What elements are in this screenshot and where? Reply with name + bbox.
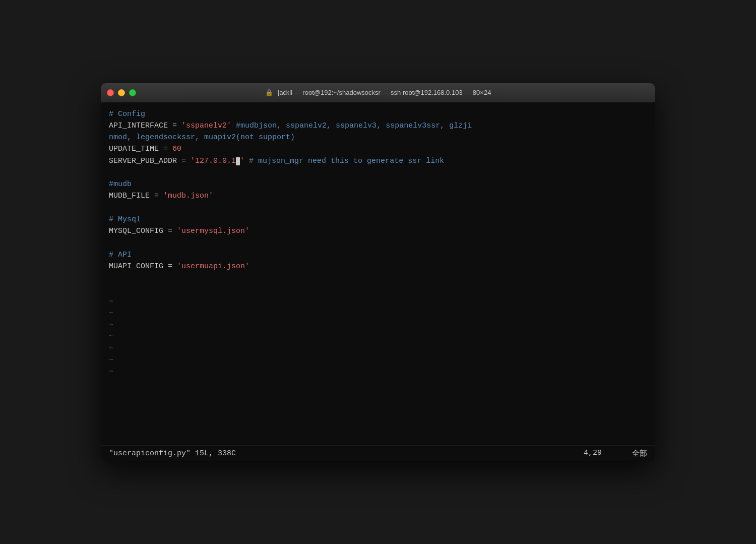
line-3: nmod, legendsockssr, muapiv2(not support… [109, 132, 647, 143]
tilde-line-5: ~ [109, 343, 647, 354]
line-5: SERVER_PUB_ADDR = '127.0.0.1' # mujson_m… [109, 155, 647, 167]
cursor-position: 4,29 [584, 449, 602, 458]
line-12 [109, 237, 647, 249]
line-4: UPDATE_TIME = 60 [109, 143, 647, 155]
file-info: "userapiconfig.py" 15L, 338C [109, 449, 236, 458]
terminal-content[interactable]: # Config API_INTERFACE = 'sspanelv2' #mu… [101, 102, 655, 445]
tilde-line-4: ~ [109, 331, 647, 342]
line-6 [109, 167, 647, 178]
title-label: jackli — root@192:~/shadowsocksr — ssh r… [278, 89, 491, 96]
line-11: MYSQL_CONFIG = 'usermysql.json' [109, 225, 647, 237]
maximize-button[interactable] [129, 89, 136, 96]
terminal-window: 🔒 jackli — root@192:~/shadowsocksr — ssh… [101, 83, 655, 461]
line-1: # Config [109, 108, 647, 120]
position-info: 4,29 全部 [584, 449, 647, 458]
title-bar: 🔒 jackli — root@192:~/shadowsocksr — ssh… [101, 83, 655, 102]
minimize-button[interactable] [118, 89, 125, 96]
all-label: 全部 [632, 449, 647, 458]
line-10: # Mysql [109, 214, 647, 225]
tilde-line-7: ~ [109, 366, 647, 378]
lock-icon: 🔒 [265, 89, 273, 96]
tilde-line-1: ~ [109, 296, 647, 308]
tilde-line-6: ~ [109, 354, 647, 366]
tilde-line-2: ~ [109, 308, 647, 319]
line-14: MUAPI_CONFIG = 'usermuapi.json' [109, 261, 647, 272]
traffic-lights [107, 89, 136, 96]
line-8: MUDB_FILE = 'mudb.json' [109, 190, 647, 202]
text-cursor [236, 157, 240, 165]
status-bar: "userapiconfig.py" 15L, 338C 4,29 全部 [101, 445, 655, 461]
line-7: #mudb [109, 178, 647, 190]
line-15 [109, 272, 647, 284]
line-13: # API [109, 249, 647, 261]
tilde-line-3: ~ [109, 319, 647, 331]
line-16 [109, 284, 647, 295]
line-2: API_INTERFACE = 'sspanelv2' #mudbjson, s… [109, 120, 647, 132]
line-9 [109, 202, 647, 214]
close-button[interactable] [107, 89, 114, 96]
window-title: 🔒 jackli — root@192:~/shadowsocksr — ssh… [265, 89, 491, 96]
